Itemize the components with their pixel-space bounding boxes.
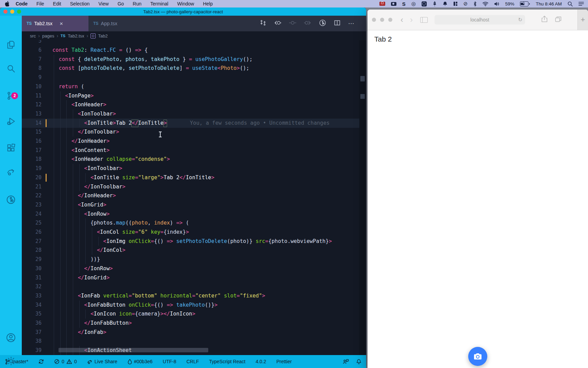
sidebar-icon[interactable] [420,17,428,23]
code-line-36[interactable]: 36 </IonFabButton> [22,319,366,328]
breadcrumb-file[interactable]: Tab2.tsx [68,33,84,39]
extensions-icon[interactable] [0,140,22,156]
code-line-35[interactable]: 35 <IonIcon icon={camera}></IonIcon> [22,309,366,319]
code-line-19[interactable]: 19 <IonToolbar> [22,164,366,173]
apple-menu-icon[interactable] [5,1,10,6]
back-button[interactable]: ‹ [397,16,407,24]
spotlight-search-icon[interactable] [568,1,573,6]
share-icon[interactable] [541,16,548,24]
overview-ruler[interactable] [359,40,366,355]
code-line-25[interactable]: 25 {photos.map((photo, index) => ( [22,218,366,228]
menu-item-code[interactable]: Code [16,1,28,6]
code-line-10[interactable]: 10 return ( [22,82,366,91]
gitlens-icon[interactable] [0,191,22,208]
code-line-33[interactable]: 33 <IonFab vertical="bottom" horizontal=… [22,291,366,301]
vscode-titlebar[interactable]: Tab2.tsx — photo-gallery-capacitor-react [0,7,366,16]
code-line-37[interactable]: 37 </IonFab> [22,328,366,337]
at-app-icon[interactable]: ◎ [411,1,416,6]
forward-button[interactable]: › [407,16,416,24]
explorer-icon[interactable] [0,36,22,53]
bell-icon[interactable] [443,1,447,6]
film-app-icon[interactable] [379,1,385,6]
menu-list-icon[interactable] [578,1,584,6]
menu-item-view[interactable]: View [98,1,109,6]
code-line-13[interactable]: 13 <IonToolbar> [22,109,366,119]
search-icon[interactable] [0,60,22,77]
peacock-color-item[interactable]: #00b3e6 [128,359,153,364]
breadcrumb-pages[interactable]: pages [42,33,54,39]
tab-overview-icon[interactable] [555,16,561,24]
tab-app-tsx[interactable]: TS App.tsx [88,16,155,31]
camera-app-icon[interactable] [391,1,396,6]
live-share-icon[interactable] [0,164,22,180]
s-app-icon[interactable]: S [402,1,406,6]
record-app-icon[interactable] [422,1,427,6]
menu-item-edit[interactable]: Edit [53,1,61,6]
run-debug-icon[interactable] [0,113,22,129]
version-item[interactable]: 4.0.2 [256,359,266,364]
previous-change-icon[interactable] [274,19,281,28]
menu-item-file[interactable]: File [36,1,44,6]
zoom-window-button[interactable] [388,18,392,22]
volume-icon[interactable] [494,1,499,6]
code-line-34[interactable]: 34 <IonFabButton onClick={() => takePhot… [22,301,366,310]
next-change-icon[interactable] [304,19,311,28]
breadcrumb-src[interactable]: src [30,33,36,39]
code-line-16[interactable]: 16 </IonHeader> [22,137,366,146]
wifi-icon[interactable] [483,1,488,6]
menu-item-run[interactable]: Run [133,1,142,6]
address-bar[interactable]: localhost ↻ [435,15,525,25]
breadcrumb-symbol[interactable]: Tab2 [98,33,108,39]
minimize-window-button[interactable] [380,18,384,22]
columns-icon[interactable] [453,1,458,6]
live-share-item[interactable]: Live Share [87,359,117,364]
menu-item-selection[interactable]: Selection [70,1,90,6]
open-changes-icon[interactable] [260,19,266,28]
code-line-32[interactable]: 32 [22,282,366,291]
code-line-6[interactable]: 6const Tab2: React.FC = () => { [22,46,366,55]
close-tab-icon[interactable]: × [60,21,63,27]
code-line-15[interactable]: 15 </IonToolbar> [22,127,366,137]
code-editor[interactable]: 56const Tab2: React.FC = () => {7 const … [22,40,366,355]
take-photo-fab-button[interactable] [468,347,487,366]
close-window-button[interactable] [372,18,376,22]
do-not-disturb-icon[interactable]: ⊘ [463,1,468,6]
code-line-7[interactable]: 7 const { deletePhoto, photos, takePhoto… [22,55,366,64]
horizontal-scrollbar[interactable] [59,348,208,352]
code-line-23[interactable]: 23 <IonGrid> [22,200,366,210]
code-line-9[interactable]: 9 [22,73,366,82]
menu-bar-clock[interactable]: Thu 8:46 AM [536,1,562,6]
code-line-21[interactable]: 21 </IonToolbar> [22,182,366,191]
code-line-27[interactable]: 27 <IonImg onClick={() => setPhotoToDele… [22,237,366,246]
more-actions-icon[interactable]: ⋯ [348,20,355,27]
menu-item-terminal[interactable]: Terminal [150,1,168,6]
code-line-26[interactable]: 26 <IonCol size="6" key={index}> [22,228,366,237]
rocket-icon[interactable] [432,1,437,6]
formatter-item[interactable]: Prettier [276,359,292,364]
code-line-30[interactable]: 30 </IonRow> [22,264,366,273]
code-line-18[interactable]: 18 <IonHeader collapse="condense"> [22,155,366,164]
file-history-icon[interactable] [319,19,326,28]
menu-item-help[interactable]: Help [203,1,213,6]
code-line-17[interactable]: 17 <IonContent> [22,146,366,155]
new-tab-button[interactable]: + [577,10,588,30]
code-line-24[interactable]: 24 <IonRow> [22,210,366,219]
code-line-14[interactable]: 14 <IonTitle>Tab 2</IonTitle>You, a few … [22,119,366,128]
sync-icon[interactable] [38,359,44,364]
language-mode-item[interactable]: TypeScript React [209,359,246,364]
code-line-28[interactable]: 28 </IonCol> [22,246,366,255]
account-icon[interactable] [0,329,22,346]
encoding-item[interactable]: UTF-8 [163,359,176,364]
menu-item-window[interactable]: Window [177,1,194,6]
notifications-bell-icon[interactable] [356,359,361,365]
code-line-38[interactable]: 38 [22,337,366,346]
current-change-icon[interactable] [289,19,296,28]
eol-item[interactable]: CRLF [186,359,199,364]
code-line-11[interactable]: 11 <IonPage> [22,91,366,101]
code-line-8[interactable]: 8 const [photoToDelete, setPhotoToDelete… [22,64,366,73]
code-line-5[interactable]: 5 [22,40,366,46]
code-line-20[interactable]: 20 <IonTitle size="large">Tab 2</IonTitl… [22,173,366,182]
tab-tab2-tsx[interactable]: TS Tab2.tsx × [22,16,88,31]
split-editor-icon[interactable] [334,19,341,28]
bluetooth-icon[interactable] [473,1,477,6]
